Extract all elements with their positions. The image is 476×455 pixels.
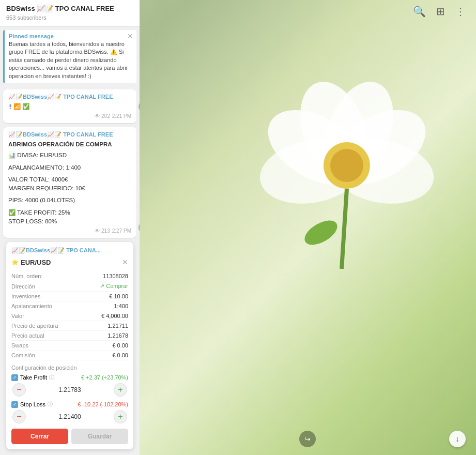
take-profit-row: ✓ Take Profit ⓘ € +2.37 (+23.70%) bbox=[11, 374, 128, 381]
take-profit-text: Take Profit bbox=[20, 374, 47, 381]
stop-loss-text: Stop Loss bbox=[20, 401, 45, 407]
header-left: BDSwiss 📈📝 TPO CANAL FREE 653 subscriber… bbox=[6, 5, 114, 22]
header-info: BDSwiss 📈📝 TPO CANAL FREE 653 subscriber… bbox=[6, 5, 114, 22]
stop-loss-plus-button[interactable]: + bbox=[114, 410, 127, 423]
take-profit-stepper: − 1.21783 + bbox=[11, 383, 128, 397]
subscriber-count: 653 subscribers bbox=[6, 14, 47, 21]
menu-icon[interactable]: ⋮ bbox=[455, 5, 466, 18]
position-title: EUR/USD bbox=[21, 259, 51, 266]
message-1-content: !! 📶 ✅ bbox=[8, 102, 131, 111]
pinned-label: Pinned message bbox=[9, 33, 132, 39]
position-rows: Núm. orden: 11308028 Dirección ↗ Comprar… bbox=[11, 271, 128, 360]
stop-loss-info-icon[interactable]: ⓘ bbox=[48, 401, 53, 408]
message-2-forward-button[interactable]: ↪ bbox=[139, 221, 140, 234]
take-profit-plus-button[interactable]: + bbox=[114, 383, 127, 397]
take-profit-checkbox[interactable]: ✓ bbox=[11, 374, 18, 381]
message-2-content: ABRIMOS OPERACIÓN DE COMPRA 📊 DIVISA: EU… bbox=[8, 140, 131, 226]
cerrar-button[interactable]: Cerrar bbox=[11, 429, 68, 444]
message-1-sender: 📈📝BDSwiss📈📝 TPO CANAL FREE bbox=[8, 94, 131, 100]
stop-loss-checkbox[interactable]: ✓ bbox=[11, 401, 18, 408]
message-2: 📈📝BDSwiss📈📝 TPO CANAL FREE ABRIMOS OPERA… bbox=[3, 127, 136, 238]
message-2-line6: MARGEN REQUERIDO: 10€ bbox=[8, 184, 131, 193]
take-profit-minus-button[interactable]: − bbox=[12, 383, 26, 397]
position-close-button[interactable]: ✕ bbox=[122, 258, 128, 266]
star-icon: ⭐ bbox=[11, 259, 19, 266]
pinned-message: Pinned message Buenas tardes a todos, bi… bbox=[3, 30, 136, 83]
position-row-apertura: Precio de apertura 1.21711 bbox=[11, 321, 128, 331]
take-profit-input[interactable]: 1.21783 bbox=[58, 386, 81, 393]
position-row-direction: Dirección ↗ Comprar bbox=[11, 281, 128, 292]
stop-loss-stepper: − 1.21400 + bbox=[11, 410, 128, 423]
message-2-meta: 👁 213 2:27 PM bbox=[8, 228, 131, 234]
message-1-time: 2:21 PM bbox=[112, 113, 131, 119]
message-2-line10: ✅ TAKE PROFIT: 25% bbox=[8, 208, 131, 217]
pinned-text: Buenas tardes a todos, bienvenidos a nue… bbox=[9, 40, 132, 80]
message-1-line1: !! 📶 ✅ bbox=[8, 103, 29, 110]
message-2-line11: STOP LOSS: 80% bbox=[8, 217, 131, 226]
scroll-to-bottom-button[interactable]: ↓ bbox=[449, 431, 466, 447]
search-icon[interactable]: 🔍 bbox=[413, 5, 426, 18]
message-1-wrapper: 📈📝BDSwiss📈📝 TPO CANAL FREE !! 📶 ✅ 👁 202 … bbox=[3, 89, 136, 123]
stop-loss-input[interactable]: 1.21400 bbox=[58, 413, 81, 420]
guardar-button[interactable]: Guardar bbox=[71, 429, 128, 444]
take-profit-label: ✓ Take Profit ⓘ bbox=[11, 374, 54, 381]
chat-panel: BDSwiss 📈📝 TPO CANAL FREE 653 subscriber… bbox=[0, 0, 140, 455]
message-2-line5: VALOR TOTAL: 4000€ bbox=[8, 175, 131, 184]
columns-icon[interactable]: ⊞ bbox=[436, 5, 445, 18]
bottom-forward-button[interactable]: ↪ bbox=[299, 431, 316, 447]
position-sender: 📈📝BDSwiss📈📝 TPO CANA... bbox=[11, 247, 128, 254]
message-2-sender: 📈📝BDSwiss📈📝 TPO CANAL FREE bbox=[8, 131, 131, 138]
position-row-valor: Valor € 4,000.00 bbox=[11, 311, 128, 321]
position-title-row: ⭐ EUR/USD bbox=[11, 259, 51, 266]
take-profit-info-icon[interactable]: ⓘ bbox=[49, 374, 54, 381]
message-1-views: 👁 202 bbox=[95, 113, 110, 119]
message-2-views: 👁 213 bbox=[95, 228, 110, 234]
message-2-line3: APALANCAMIENTO: 1:400 bbox=[8, 163, 131, 172]
position-row-apalancamiento: Apalancamiento 1:400 bbox=[11, 301, 128, 311]
chat-area: 📈📝BDSwiss📈📝 TPO CANAL FREE !! 📶 ✅ 👁 202 … bbox=[0, 86, 140, 455]
position-row-comision: Comisión € 0.00 bbox=[11, 351, 128, 360]
svg-line-8 bbox=[342, 189, 347, 269]
stop-loss-row: ✓ Stop Loss ⓘ € -10.22 (-102.20%) bbox=[11, 401, 128, 408]
stop-loss-value: € -10.22 (-102.20%) bbox=[78, 401, 128, 407]
config-section: Configuración de posición ✓ Take Profit … bbox=[11, 365, 128, 423]
message-1-meta: 👁 202 2:21 PM bbox=[8, 113, 131, 119]
channel-title: BDSwiss 📈📝 TPO CANAL FREE bbox=[6, 5, 114, 12]
svg-point-9 bbox=[301, 216, 342, 250]
position-row-order: Núm. orden: 11308028 bbox=[11, 271, 128, 281]
action-buttons: Cerrar Guardar bbox=[11, 429, 128, 444]
message-2-wrapper: 📈📝BDSwiss📈📝 TPO CANAL FREE ABRIMOS OPERA… bbox=[3, 127, 136, 238]
svg-point-7 bbox=[330, 149, 363, 182]
position-row-inversiones: Inversiones € 10.00 bbox=[11, 292, 128, 301]
stop-loss-minus-button[interactable]: − bbox=[12, 410, 26, 423]
message-2-time: 2:27 PM bbox=[112, 228, 131, 234]
position-row-swaps: Swaps € 0.00 bbox=[11, 341, 128, 351]
take-profit-value: € +2.37 (+23.70%) bbox=[81, 374, 128, 381]
message-2-line1: 📊 DIVISA: EUR/USD bbox=[8, 151, 131, 160]
position-row-actual: Precio actual 1.21678 bbox=[11, 331, 128, 341]
config-title: Configuración de posición bbox=[11, 365, 128, 371]
message-2-title: ABRIMOS OPERACIÓN DE COMPRA bbox=[8, 140, 131, 149]
flower-decoration bbox=[243, 62, 450, 269]
message-1: 📈📝BDSwiss📈📝 TPO CANAL FREE !! 📶 ✅ 👁 202 … bbox=[3, 89, 136, 123]
message-2-line8: PIPS: 4000 (0.04LOTES) bbox=[8, 196, 131, 205]
position-panel: 📈📝BDSwiss📈📝 TPO CANA... ⭐ EUR/USD ✕ Núm.… bbox=[6, 242, 133, 449]
message-1-forward-button[interactable]: ↪ bbox=[139, 100, 140, 113]
stop-loss-label: ✓ Stop Loss ⓘ bbox=[11, 401, 53, 408]
chat-header: BDSwiss 📈📝 TPO CANAL FREE 653 subscriber… bbox=[0, 0, 140, 27]
position-header: ⭐ EUR/USD ✕ bbox=[11, 258, 128, 266]
pinned-close-button[interactable]: ✕ bbox=[127, 32, 133, 40]
top-icons-bar: 🔍 ⊞ ⋮ bbox=[413, 5, 466, 18]
